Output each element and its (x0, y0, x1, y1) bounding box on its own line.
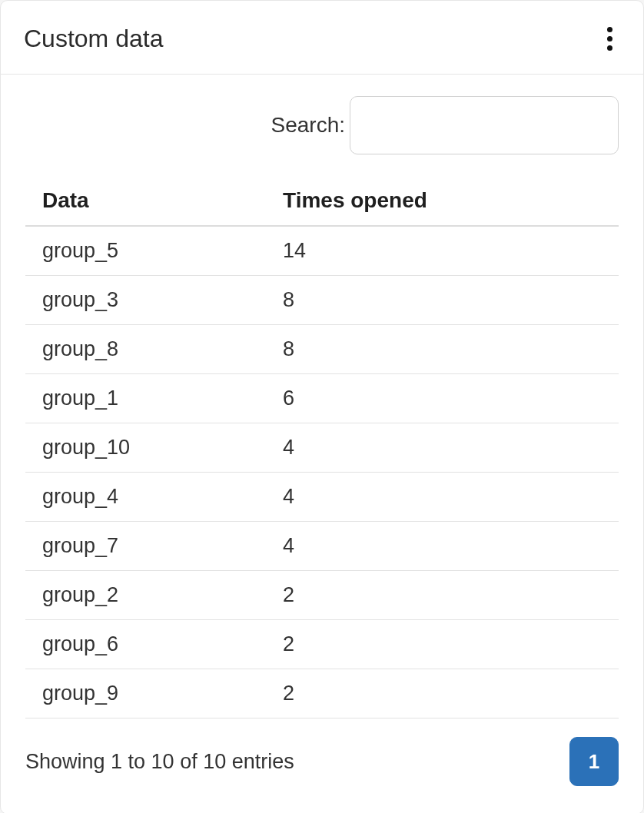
table-row: group_62 (25, 620, 619, 669)
table-row: group_38 (25, 276, 619, 325)
cell-times-opened: 2 (266, 669, 619, 718)
table-row: group_16 (25, 374, 619, 423)
table-row: group_92 (25, 669, 619, 718)
cell-times-opened: 8 (266, 325, 619, 374)
search-input[interactable] (350, 96, 619, 154)
cell-times-opened: 2 (266, 571, 619, 620)
cell-data: group_9 (25, 669, 266, 718)
cell-data: group_4 (25, 473, 266, 522)
cell-data: group_10 (25, 423, 266, 473)
col-header-times-opened[interactable]: Times opened (266, 176, 619, 226)
table-row: group_514 (25, 226, 619, 276)
data-table: Data Times opened group_514group_38group… (25, 176, 619, 718)
card-body: Search: Data Times opened group_514group… (1, 75, 643, 813)
table-row: group_44 (25, 473, 619, 522)
cell-data: group_1 (25, 374, 266, 423)
cell-times-opened: 14 (266, 226, 619, 276)
cell-times-opened: 4 (266, 473, 619, 522)
card-title: Custom data (24, 25, 163, 53)
table-row: group_88 (25, 325, 619, 374)
search-row: Search: (25, 96, 619, 154)
cell-data: group_6 (25, 620, 266, 669)
table-header-row: Data Times opened (25, 176, 619, 226)
table-footer: Showing 1 to 10 of 10 entries 1 (25, 737, 619, 786)
custom-data-card: Custom data Search: Data Times opened gr… (0, 0, 644, 813)
cell-times-opened: 8 (266, 276, 619, 325)
cell-data: group_2 (25, 571, 266, 620)
table-row: group_22 (25, 571, 619, 620)
cell-times-opened: 2 (266, 620, 619, 669)
cell-times-opened: 4 (266, 522, 619, 571)
pagination: 1 (569, 737, 619, 786)
cell-data: group_8 (25, 325, 266, 374)
card-header: Custom data (1, 1, 643, 75)
cell-data: group_3 (25, 276, 266, 325)
page-button[interactable]: 1 (569, 737, 619, 786)
cell-data: group_5 (25, 226, 266, 276)
cell-data: group_7 (25, 522, 266, 571)
table-row: group_74 (25, 522, 619, 571)
card-menu-button[interactable] (599, 22, 620, 55)
table-row: group_104 (25, 423, 619, 473)
cell-times-opened: 4 (266, 423, 619, 473)
table-info-text: Showing 1 to 10 of 10 entries (25, 750, 294, 774)
cell-times-opened: 6 (266, 374, 619, 423)
search-label: Search: (271, 113, 346, 138)
vertical-dots-icon (607, 27, 612, 32)
col-header-data[interactable]: Data (25, 176, 266, 226)
